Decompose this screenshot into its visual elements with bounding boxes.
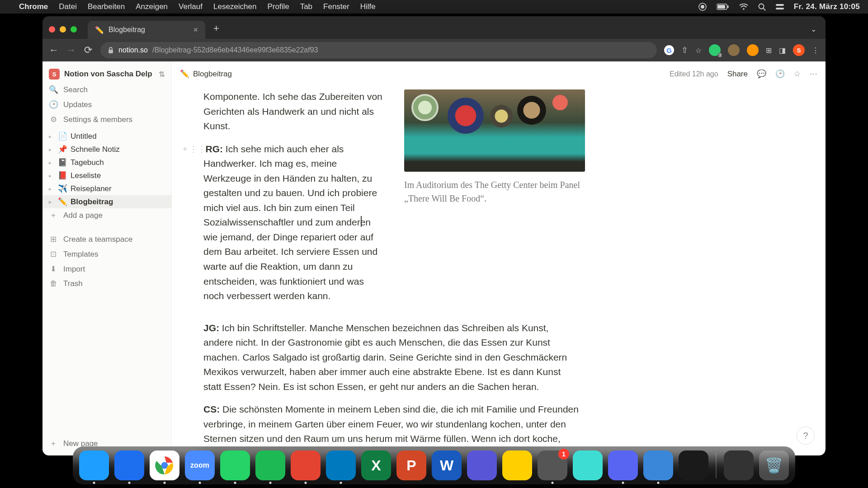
window-zoom-button[interactable] [71,26,77,33]
sidebar-teamspace[interactable]: ⊞Create a teamspace [42,232,171,247]
dock-app-excel[interactable]: X [361,450,391,480]
sidebar-page-item[interactable]: ▸📌Schnelle Notiz [42,143,171,156]
tab-close-icon[interactable]: × [193,25,198,35]
paragraph[interactable]: + ⋮⋮ RG: Ich sehe mich auch eher als Han… [203,142,384,304]
new-tab-button[interactable]: + [213,23,219,34]
block-handle[interactable]: + ⋮⋮ [183,143,206,156]
forward-button[interactable]: → [66,44,76,56]
menu-tab[interactable]: Tab [300,2,312,11]
dock-launchpad[interactable] [724,450,754,480]
dock-app-finder[interactable] [79,450,109,480]
sidebar-page-item[interactable]: ▸📕Leseliste [42,169,171,182]
sidebar-settings[interactable]: ⚙Settings & members [42,112,171,127]
chrome-menu-icon[interactable]: ⋮ [812,46,819,55]
menu-profile[interactable]: Profile [267,2,289,11]
sidebar-trash[interactable]: 🗑Trash [42,277,171,291]
dock-app-whatsapp[interactable] [220,450,250,480]
menu-history[interactable]: Verlauf [179,2,203,11]
content-image[interactable] [404,89,585,172]
extension-2-icon[interactable] [728,44,740,56]
add-block-icon[interactable]: + [183,143,188,156]
extension-1-icon[interactable]: 3 [709,44,721,56]
menubar-clock[interactable]: Fr. 24. März 10:05 [794,2,860,11]
menubar-app-name[interactable]: Chrome [19,2,48,11]
sidebar-import[interactable]: ⬇Import [42,262,171,277]
share-button[interactable]: Share [727,70,748,79]
templates-icon: ⊡ [49,249,58,259]
extension-3-icon[interactable] [747,44,759,56]
page-menu-icon[interactable]: ⋯ [810,69,817,79]
menu-help[interactable]: Hilfe [360,2,376,11]
translate-icon[interactable]: G [664,45,674,55]
page-content[interactable]: Komponente. Ich sehe das Zubereiten von … [172,87,826,455]
plus-icon: + [49,439,58,448]
dock-app-settings[interactable]: 1 [538,450,567,480]
caret-icon[interactable]: ▸ [49,160,55,166]
caret-icon[interactable]: ▸ [49,146,55,153]
dock-app-trello[interactable] [326,450,356,480]
sidebar-page-item[interactable]: ▸✈️Reiseplaner [42,182,171,195]
sidebar-page-item[interactable]: ▸✏️Blogbeitrag [42,195,171,208]
sidebar-templates[interactable]: ⊡Templates [42,247,171,262]
dock-app-powerpoint[interactable]: P [396,450,426,480]
menu-view[interactable]: Anzeigen [136,2,168,11]
spotlight-icon[interactable] [758,3,766,11]
lock-icon [108,47,114,54]
reload-button[interactable]: ⟳ [83,44,93,56]
sidebar-add-page[interactable]: +Add a page [42,208,171,223]
sidepanel-icon[interactable]: ◨ [779,46,786,55]
dock-app-zoom[interactable]: zoom [185,450,215,480]
tab-overflow-icon[interactable]: ⌄ [811,25,816,33]
dock-app-app1[interactable] [573,450,603,480]
battery-icon[interactable] [717,4,729,10]
dock-app-quicktime[interactable] [643,450,673,480]
caret-icon[interactable]: ▸ [49,186,55,192]
dock-trash[interactable]: 🗑️ [759,450,789,480]
sidebar-updates[interactable]: 🕑Updates [42,97,171,112]
sidebar-search[interactable]: 🔍Search [42,82,171,97]
dock-app-imovie[interactable] [467,450,497,480]
menu-window[interactable]: Fenster [323,2,349,11]
updates-clock-icon[interactable]: 🕑 [775,69,785,79]
extensions-icon[interactable]: ⊞ [766,46,772,55]
browser-tab[interactable]: ✏️ Blogbeitrag × [88,21,205,39]
favorite-star-icon[interactable]: ☆ [794,69,801,79]
menu-bookmarks[interactable]: Lesezeichen [213,2,256,11]
drag-handle-icon[interactable]: ⋮⋮ [189,143,206,156]
svg-rect-10 [108,50,113,53]
control-center-icon[interactable] [776,3,784,10]
paragraph[interactable]: Komponente. Ich sehe das Zubereiten von … [203,89,384,134]
sidebar-page-item[interactable]: ▸📄Untitled [42,130,171,143]
caret-icon[interactable]: ▸ [49,173,55,179]
breadcrumb[interactable]: ✏️ Blogbeitrag [180,69,232,79]
window-close-button[interactable] [49,26,55,33]
help-button[interactable]: ? [797,427,815,445]
sidebar-page-item[interactable]: ▸📓Tagebuch [42,156,171,169]
notion-page: ✏️ Blogbeitrag Edited 12h ago Share 💬 🕑 … [172,61,826,455]
wifi-icon[interactable] [739,4,748,10]
menu-file[interactable]: Datei [59,2,77,11]
menu-edit[interactable]: Bearbeiten [88,2,125,11]
plus-icon: + [49,211,58,220]
share-icon[interactable]: ⇧ [681,45,688,55]
address-bar[interactable]: notion.so/Blogbeitrag-552d8e6eb44346ee99… [100,42,657,58]
screenrecord-icon[interactable] [698,3,707,11]
bookmark-star-icon[interactable]: ☆ [695,46,702,55]
dock-app-chrome[interactable] [150,450,179,480]
workspace-switcher[interactable]: S Notion von Sascha Delp ⇅ [42,66,171,82]
dock-app-spotify[interactable] [255,450,285,480]
dock-app-drive[interactable] [502,450,532,480]
dock-app-word[interactable]: W [432,450,462,480]
profile-avatar[interactable]: S [793,44,805,56]
dock-app-safari[interactable] [114,450,144,480]
back-button[interactable]: ← [49,44,59,56]
comments-icon[interactable]: 💬 [757,69,766,79]
window-minimize-button[interactable] [60,26,66,33]
dock-app-voice[interactable] [679,450,708,480]
paragraph[interactable]: JG: Ich bin Schriftsteller. Manche Mensc… [203,321,579,394]
image-caption[interactable]: Im Auditorium des The Getty Center beim … [404,178,585,205]
caret-icon[interactable]: ▸ [49,199,55,205]
caret-icon[interactable]: ▸ [49,133,55,140]
dock-app-todoist[interactable] [291,450,321,480]
dock-app-discord[interactable] [608,450,638,480]
